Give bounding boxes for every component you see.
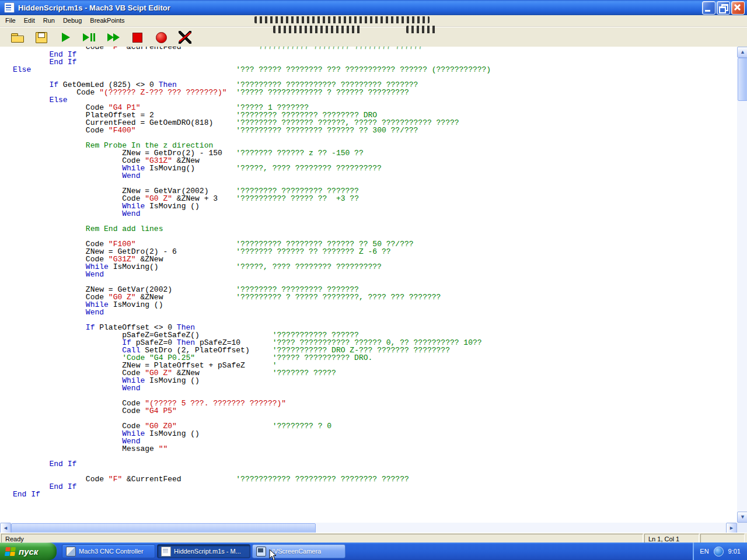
system-tray: EN 9:01 bbox=[693, 542, 747, 560]
clear-breakpoints-icon bbox=[178, 30, 192, 44]
tray-app-icon[interactable] bbox=[714, 547, 724, 556]
code-line[interactable]: Wend bbox=[13, 271, 737, 278]
scroll-up-button[interactable]: ▲ bbox=[737, 47, 747, 58]
stop-button[interactable] bbox=[128, 29, 146, 46]
stop-icon bbox=[130, 30, 144, 44]
code-line[interactable]: End If bbox=[13, 460, 737, 468]
toolbar bbox=[0, 26, 747, 47]
screen-artifact bbox=[254, 16, 430, 23]
horizontal-scroll-track[interactable] bbox=[11, 523, 726, 533]
code-line[interactable]: Wend bbox=[13, 210, 737, 218]
vertical-scrollbar[interactable]: ▲ ▼ bbox=[737, 47, 747, 523]
taskbar-button-label: HiddenScript.m1s - M... bbox=[174, 548, 241, 555]
code-line[interactable]: Rem End add lines bbox=[13, 225, 737, 233]
restore-button[interactable] bbox=[717, 1, 730, 15]
menu-run[interactable]: Run bbox=[39, 16, 59, 26]
breakpoint-icon bbox=[154, 30, 168, 44]
breakpoint-button[interactable] bbox=[152, 29, 170, 46]
mach3-vb-editor-window: HiddenScript.m1s - Mach3 VB Scipt Editor… bbox=[0, 0, 747, 560]
vertical-scroll-track[interactable] bbox=[737, 58, 747, 512]
code-line[interactable]: Code "F" &CurrentFeed '??????????? ?????… bbox=[13, 47, 737, 51]
code-area: Code "F" &CurrentFeed '??????????? ?????… bbox=[13, 47, 737, 498]
code-line[interactable]: End If bbox=[13, 491, 737, 498]
menu-edit[interactable]: Edit bbox=[20, 16, 39, 26]
save-button[interactable] bbox=[32, 29, 51, 46]
minimize-button[interactable] bbox=[702, 1, 715, 15]
screen-artifact bbox=[406, 26, 437, 33]
windows-logo-icon bbox=[5, 547, 16, 556]
code-line[interactable]: End If bbox=[13, 483, 737, 491]
run-button[interactable] bbox=[56, 29, 75, 46]
close-button[interactable] bbox=[731, 1, 745, 15]
run-icon bbox=[58, 30, 72, 44]
step-button[interactable] bbox=[80, 29, 99, 46]
mach3-icon bbox=[66, 547, 76, 556]
horizontal-scrollbar[interactable]: ◄ ► bbox=[0, 523, 737, 533]
window-title: HiddenScript.m1s - Mach3 VB Scipt Editor bbox=[18, 4, 701, 12]
code-line[interactable]: Code "(?????? Z-??? ??? ???????)" '?????… bbox=[13, 89, 737, 96]
code-line[interactable]: While IsMoving () bbox=[13, 301, 737, 309]
title-bar: HiddenScript.m1s - Mach3 VB Scipt Editor bbox=[0, 0, 747, 15]
fast-forward-button[interactable] bbox=[104, 29, 123, 46]
save-icon bbox=[34, 30, 48, 44]
screen-artifact bbox=[273, 26, 361, 33]
code-line[interactable]: While IsMoving() '?????, ???? ???????? ?… bbox=[13, 263, 737, 271]
taskbar-button-label: Mach3 CNC Controller bbox=[79, 548, 144, 555]
menu-breakpoints[interactable]: BreakPoints bbox=[86, 16, 128, 26]
code-line[interactable]: Wend bbox=[13, 172, 737, 180]
code-line[interactable]: Else '??? ????? ???????? ??? ???????????… bbox=[13, 66, 737, 74]
code-line[interactable]: End If bbox=[13, 51, 737, 58]
code-line[interactable]: Wend bbox=[13, 309, 737, 316]
taskbar-button-uvscreencamera[interactable]: UVScreenCamera bbox=[252, 544, 345, 558]
language-indicator[interactable]: EN bbox=[700, 548, 708, 555]
scrollbar-corner bbox=[737, 523, 747, 533]
vertical-scroll-thumb[interactable] bbox=[738, 58, 747, 101]
code-line[interactable]: Message "" bbox=[13, 445, 737, 453]
menu-file[interactable]: File bbox=[1, 16, 20, 26]
open-button[interactable] bbox=[8, 29, 27, 46]
code-line[interactable]: Code "F" &CurrentFeed '??????????? ?????… bbox=[13, 475, 737, 483]
taskbar: пуск Mach3 CNC ControllerHiddenScript.m1… bbox=[0, 542, 747, 560]
clock: 9:01 bbox=[728, 548, 741, 555]
code-line[interactable]: Code "G4 P5" bbox=[13, 407, 737, 415]
taskbar-button-mach3[interactable]: Mach3 CNC Controller bbox=[62, 544, 155, 558]
scroll-down-button[interactable]: ▼ bbox=[737, 512, 747, 523]
fast-forward-icon bbox=[106, 30, 120, 44]
open-icon bbox=[11, 30, 25, 44]
start-button[interactable]: пуск bbox=[0, 542, 57, 560]
hiddenscript-icon bbox=[161, 547, 171, 556]
horizontal-scroll-thumb[interactable] bbox=[11, 523, 316, 533]
code-line[interactable] bbox=[13, 453, 737, 460]
app-icon bbox=[4, 2, 15, 13]
start-label: пуск bbox=[19, 547, 38, 556]
uvscreencamera-icon bbox=[256, 547, 266, 556]
taskbar-buttons: Mach3 CNC ControllerHiddenScript.m1s - M… bbox=[62, 544, 693, 558]
menu-debug[interactable]: Debug bbox=[59, 16, 86, 26]
code-line[interactable]: Code "F400" '????????? ???????? ?????? ?… bbox=[13, 127, 737, 134]
code-line[interactable]: Wend bbox=[13, 384, 737, 392]
step-icon bbox=[82, 30, 96, 44]
taskbar-button-hiddenscript[interactable]: HiddenScript.m1s - M... bbox=[157, 544, 250, 558]
editor-text-area[interactable]: Code "F" &CurrentFeed '??????????? ?????… bbox=[0, 47, 737, 523]
mouse-cursor bbox=[269, 549, 277, 560]
clear-breakpoints-button[interactable] bbox=[176, 29, 194, 46]
